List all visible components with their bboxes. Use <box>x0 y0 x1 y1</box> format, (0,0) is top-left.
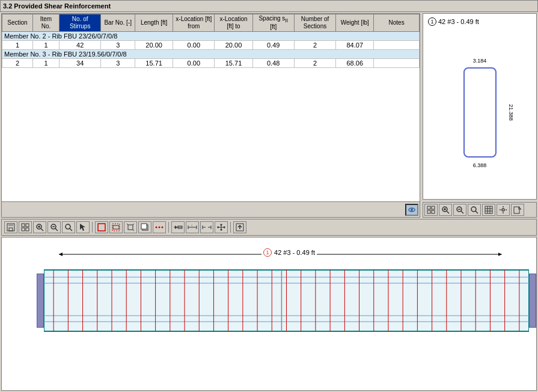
svg-line-33 <box>41 228 43 231</box>
col-header-K[interactable]: Notes <box>374 14 420 32</box>
zoom-in2-icon <box>35 223 44 231</box>
svg-text:×: × <box>191 224 193 227</box>
magnify2-icon <box>64 223 73 231</box>
svg-rect-30 <box>22 228 25 231</box>
col-header-A[interactable]: Section <box>2 14 33 32</box>
table-area: Section Item No. No. of Stirrups Bar No.… <box>1 13 420 218</box>
tb-save[interactable] <box>4 221 17 233</box>
rt-grid[interactable] <box>482 204 495 216</box>
col-header-B[interactable]: Item No. <box>32 14 59 32</box>
svg-rect-29 <box>26 224 29 227</box>
tb-copy[interactable] <box>138 221 151 233</box>
svg-point-1 <box>411 209 413 211</box>
zoom-fit-icon <box>427 206 435 214</box>
cell-length: 15.71 <box>135 58 173 67</box>
svg-line-7 <box>447 211 449 213</box>
tb-cursor[interactable] <box>76 221 90 233</box>
cell-x-from: 0.00 <box>173 40 215 49</box>
tb-pointer[interactable] <box>171 221 185 233</box>
tb-zoom-out[interactable] <box>47 221 61 233</box>
tb-zoom-in[interactable] <box>33 221 46 233</box>
window-title: 3.2 Provided Shear Reinforcement <box>3 2 111 10</box>
data-table: Section Item No. No. of Stirrups Bar No.… <box>2 14 420 68</box>
end-cap-right <box>529 274 536 328</box>
tb-draw[interactable] <box>153 221 166 233</box>
svg-rect-4 <box>427 210 430 213</box>
cell-item: 1 <box>32 58 59 67</box>
tb-select-rect[interactable] <box>109 221 123 233</box>
title-bar: 3.2 Provided Shear Reinforcement <box>0 0 538 12</box>
measure-icon: × <box>188 223 197 231</box>
cell-x-from: 0.00 <box>173 58 215 67</box>
svg-rect-44 <box>112 224 120 231</box>
dim-bottom-label: 6.388 <box>473 162 487 168</box>
cell-bar: 3 <box>101 40 135 49</box>
table-row[interactable]: 2 1 34 3 15.71 0.00 15.71 0.48 2 68.06 <box>2 58 420 67</box>
dim-side-label: 21.388 <box>508 104 514 121</box>
col-header-G[interactable]: x-Location [ft] to <box>215 14 252 32</box>
preview-label: 1 42 #3 - 0.49 ft <box>428 17 479 26</box>
tb-zoom-fit[interactable] <box>19 221 32 233</box>
right-toolbar <box>423 202 537 218</box>
rt-settings[interactable] <box>497 204 510 216</box>
cell-notes <box>374 40 420 49</box>
rt-zoom-in[interactable] <box>439 204 452 216</box>
member-label-2: Member No. 2 - Rib FBU 23/26/0/7/0/8 <box>2 31 420 40</box>
tb-select-all[interactable] <box>95 221 108 233</box>
main-toolbar: × <box>1 219 537 236</box>
svg-point-20 <box>502 209 504 211</box>
copy-icon <box>141 223 149 231</box>
move-icon <box>216 223 226 231</box>
snap-icon <box>202 223 212 231</box>
svg-line-46 <box>127 224 128 225</box>
member-row-2: Member No. 2 - Rib FBU 23/26/0/7/0/8 <box>2 31 420 40</box>
end-cap-left <box>37 274 44 328</box>
svg-marker-55 <box>175 225 177 229</box>
zoom-out2-icon <box>50 223 58 231</box>
svg-marker-67 <box>218 226 219 228</box>
tb-export[interactable] <box>233 221 246 233</box>
export-icon <box>513 206 522 214</box>
tb-snap[interactable] <box>200 221 213 233</box>
table-wrapper: Section Item No. No. of Stirrups Bar No.… <box>2 14 420 201</box>
dim-text: 42 #3 - 0.49 ft <box>274 249 315 256</box>
eye-button[interactable] <box>405 204 418 216</box>
tb-measure[interactable]: × <box>186 221 199 233</box>
preview-circle-num: 1 <box>428 17 436 26</box>
cell-num-sections: 2 <box>294 40 335 49</box>
dim-top-label: 3.184 <box>473 58 487 64</box>
svg-line-40 <box>70 228 72 231</box>
eye-icon <box>408 206 416 214</box>
rt-magnify[interactable] <box>468 204 481 216</box>
select-rect-icon <box>112 223 120 231</box>
col-header-E[interactable]: Length [ft] <box>135 14 173 32</box>
table-row[interactable]: 1 1 42 3 20.00 0.00 20.00 0.49 2 84.07 <box>2 40 420 49</box>
right-panel: 1 42 #3 - 0.49 ft 3.184 <box>423 13 537 218</box>
col-header-H[interactable]: Spacing sII [ft] <box>252 14 294 32</box>
svg-rect-42 <box>98 224 105 231</box>
cell-weight: 84.07 <box>336 40 374 49</box>
rt-zoom-out[interactable] <box>453 204 466 216</box>
col-header-F[interactable]: x-Location [ft] from <box>173 14 215 32</box>
stirrup-lines <box>44 268 529 334</box>
dim-container: 1 42 #3 - 0.49 ft <box>53 248 525 260</box>
rebar-shape <box>463 67 497 158</box>
svg-marker-41 <box>80 224 85 231</box>
rt-export[interactable] <box>511 204 524 216</box>
tb-magnify[interactable] <box>62 221 75 233</box>
col-header-I[interactable]: Number of Sections <box>294 14 335 32</box>
dim-label: 1 42 #3 - 0.49 ft <box>261 248 317 257</box>
svg-line-14 <box>475 211 478 213</box>
tb-move[interactable] <box>215 221 228 233</box>
svg-marker-68 <box>223 226 225 228</box>
col-header-D[interactable]: Bar No. [-] <box>101 14 135 32</box>
settings-icon <box>499 206 507 214</box>
sep2 <box>168 222 169 233</box>
zoom-in-icon <box>441 206 450 214</box>
rt-zoom-fit[interactable] <box>424 204 438 216</box>
col-header-C[interactable]: No. of Stirrups <box>60 14 101 32</box>
svg-rect-26 <box>8 224 13 226</box>
pointer-icon <box>173 223 183 231</box>
tb-view-3d[interactable] <box>124 221 137 233</box>
col-header-J[interactable]: Weight [lb] <box>336 14 374 32</box>
